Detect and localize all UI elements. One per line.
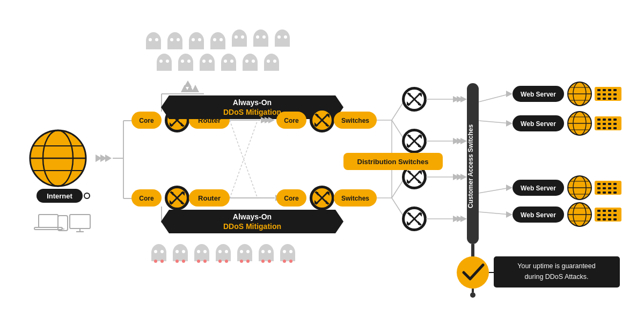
svg-rect-321 bbox=[613, 187, 617, 189]
svg-rect-343 bbox=[597, 218, 601, 220]
svg-point-10 bbox=[85, 194, 89, 198]
svg-rect-276 bbox=[597, 93, 601, 95]
svg-point-70 bbox=[262, 35, 266, 39]
svg-rect-336 bbox=[603, 210, 606, 212]
svg-point-153 bbox=[197, 260, 200, 263]
svg-point-159 bbox=[218, 260, 222, 263]
svg-text:DDoS Mitigation: DDoS Mitigation bbox=[223, 222, 281, 231]
svg-point-148 bbox=[182, 260, 185, 263]
svg-rect-320 bbox=[608, 187, 611, 189]
svg-point-73 bbox=[277, 35, 281, 39]
svg-rect-346 bbox=[613, 218, 617, 220]
svg-point-82 bbox=[187, 60, 191, 63]
svg-point-177 bbox=[283, 260, 286, 263]
svg-point-164 bbox=[246, 250, 250, 253]
svg-rect-279 bbox=[613, 93, 617, 95]
svg-point-170 bbox=[268, 250, 271, 253]
svg-point-157 bbox=[218, 250, 222, 253]
svg-text:Switches: Switches bbox=[341, 195, 369, 202]
svg-point-140 bbox=[160, 250, 164, 253]
svg-point-89 bbox=[224, 60, 227, 63]
svg-text:Router: Router bbox=[198, 194, 221, 202]
svg-point-178 bbox=[289, 260, 292, 263]
svg-point-81 bbox=[181, 60, 184, 63]
diagram: Internet Core Router bbox=[0, 0, 644, 317]
svg-point-77 bbox=[159, 60, 163, 63]
svg-point-163 bbox=[240, 250, 243, 253]
svg-point-146 bbox=[182, 250, 185, 253]
svg-point-49 bbox=[149, 38, 152, 41]
svg-point-141 bbox=[154, 260, 157, 263]
svg-point-62 bbox=[219, 38, 223, 41]
svg-point-139 bbox=[154, 250, 157, 253]
svg-point-98 bbox=[273, 60, 276, 63]
svg-rect-281 bbox=[603, 98, 606, 100]
svg-text:Web Server: Web Server bbox=[521, 211, 556, 219]
svg-rect-283 bbox=[613, 98, 617, 100]
svg-point-58 bbox=[198, 38, 201, 41]
svg-rect-345 bbox=[608, 218, 611, 220]
svg-rect-339 bbox=[597, 214, 601, 216]
svg-point-85 bbox=[202, 60, 206, 63]
svg-text:Internet: Internet bbox=[47, 192, 72, 200]
svg-rect-303 bbox=[608, 127, 611, 129]
svg-point-172 bbox=[268, 260, 271, 263]
svg-point-175 bbox=[283, 250, 286, 253]
svg-text:Core: Core bbox=[284, 117, 299, 124]
svg-text:Core: Core bbox=[284, 195, 299, 202]
svg-text:Core: Core bbox=[139, 195, 154, 202]
svg-rect-296 bbox=[613, 119, 617, 121]
svg-point-94 bbox=[252, 60, 255, 63]
svg-rect-294 bbox=[603, 119, 606, 121]
svg-rect-272 bbox=[597, 89, 601, 91]
svg-rect-351 bbox=[494, 256, 620, 287]
svg-point-74 bbox=[284, 35, 287, 39]
svg-point-166 bbox=[246, 260, 250, 263]
svg-text:DDoS Mitigation: DDoS Mitigation bbox=[223, 108, 281, 116]
svg-text:Distribution Switches: Distribution Switches bbox=[357, 158, 429, 166]
svg-rect-338 bbox=[613, 210, 617, 212]
svg-point-78 bbox=[166, 60, 169, 63]
svg-rect-274 bbox=[608, 89, 611, 91]
svg-text:Web Server: Web Server bbox=[521, 120, 556, 128]
svg-rect-335 bbox=[597, 210, 601, 212]
svg-point-152 bbox=[203, 250, 207, 253]
svg-rect-319 bbox=[603, 187, 606, 189]
svg-point-142 bbox=[160, 260, 164, 263]
svg-text:Always-On: Always-On bbox=[233, 98, 272, 107]
svg-rect-273 bbox=[603, 89, 606, 91]
svg-rect-324 bbox=[608, 191, 611, 194]
svg-point-97 bbox=[267, 60, 270, 63]
svg-point-160 bbox=[225, 260, 228, 263]
svg-point-61 bbox=[213, 38, 216, 41]
svg-point-350 bbox=[470, 292, 475, 298]
svg-rect-325 bbox=[613, 191, 617, 194]
svg-rect-337 bbox=[608, 210, 611, 212]
svg-text:Web Server: Web Server bbox=[521, 185, 556, 192]
svg-rect-315 bbox=[603, 183, 606, 185]
svg-point-50 bbox=[155, 38, 158, 41]
svg-point-90 bbox=[230, 60, 233, 63]
svg-point-69 bbox=[256, 35, 259, 39]
svg-rect-341 bbox=[608, 214, 611, 216]
svg-rect-318 bbox=[597, 187, 601, 189]
svg-rect-344 bbox=[603, 218, 606, 220]
svg-point-66 bbox=[241, 35, 244, 39]
svg-rect-304 bbox=[613, 127, 617, 129]
svg-text:Customer Access Switches: Customer Access Switches bbox=[467, 124, 474, 209]
svg-rect-322 bbox=[597, 191, 601, 194]
svg-rect-295 bbox=[608, 119, 611, 121]
svg-point-93 bbox=[245, 60, 248, 63]
svg-point-171 bbox=[261, 260, 265, 263]
svg-point-65 bbox=[235, 35, 238, 39]
svg-point-158 bbox=[225, 250, 228, 253]
svg-rect-323 bbox=[603, 191, 606, 194]
svg-text:Always-On: Always-On bbox=[233, 212, 272, 221]
svg-rect-298 bbox=[603, 123, 606, 125]
svg-rect-314 bbox=[597, 183, 601, 185]
svg-point-147 bbox=[175, 260, 179, 263]
svg-rect-297 bbox=[597, 123, 601, 125]
svg-point-348 bbox=[457, 256, 489, 289]
svg-rect-299 bbox=[608, 123, 611, 125]
svg-rect-293 bbox=[597, 119, 601, 121]
